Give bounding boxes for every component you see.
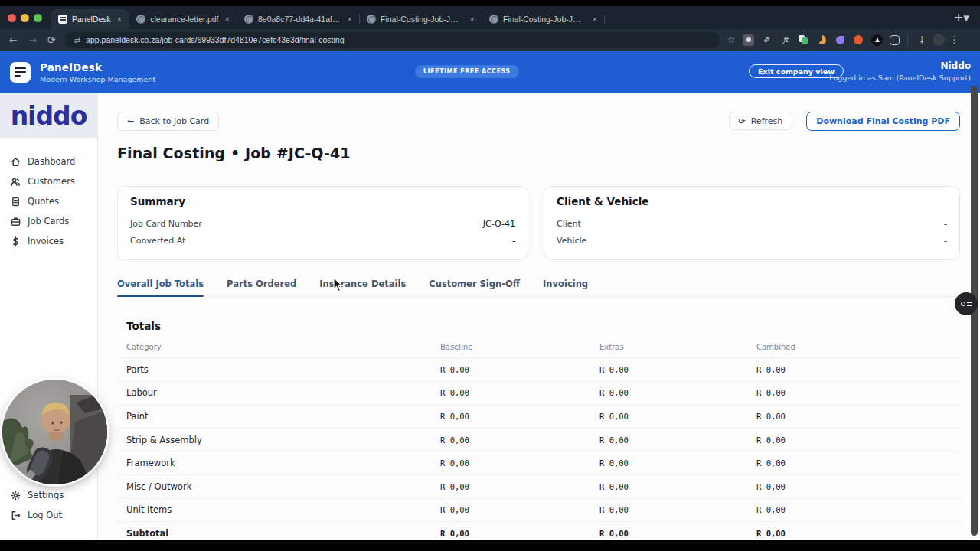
crescent-extension-icon[interactable] xyxy=(816,34,828,46)
totals-row: Misc / OutworkR 0,00R 0,00R 0,00 xyxy=(117,475,960,499)
amount-cell: R 0,00 xyxy=(599,388,756,397)
column-header: Baseline xyxy=(440,343,599,351)
recorder-control-button[interactable] xyxy=(955,292,978,315)
sidebar-item-invoices[interactable]: Invoices xyxy=(11,231,97,251)
refresh-icon: ⟳ xyxy=(739,116,746,126)
tab-close-icon[interactable]: × xyxy=(116,15,123,24)
fox-extension-icon[interactable] xyxy=(853,34,864,46)
zoom-window-button[interactable] xyxy=(34,14,42,22)
bookmark-star-icon[interactable]: ☆ xyxy=(727,34,736,45)
category-cell: Parts xyxy=(126,364,440,375)
globe-favicon xyxy=(244,15,253,24)
sidebar-item-customers[interactable]: Customers xyxy=(11,171,97,191)
download-final-costing-pdf-button[interactable]: Download Final Costing PDF xyxy=(806,112,960,131)
amount-cell: R 0,00 xyxy=(756,435,960,445)
sidebar-item-settings[interactable]: Settings xyxy=(11,485,64,505)
webcam-video xyxy=(2,380,107,484)
browser-menu-icon[interactable]: ⋮ xyxy=(949,34,959,45)
sidebar-item-dashboard[interactable]: Dashboard xyxy=(11,152,97,171)
row-label: Converted At xyxy=(130,236,185,246)
downloads-icon[interactable]: ⭳ xyxy=(917,34,926,45)
browser-tab-strip: PanelDesk×clearance-letter.pdf×8e0a8c77-… xyxy=(0,6,980,29)
amount-cell: R 0,00 xyxy=(599,505,756,514)
sidebar-item-job-cards[interactable]: Job Cards xyxy=(11,211,97,231)
row-value: JC-Q-41 xyxy=(483,219,515,229)
browser-tab[interactable]: PanelDesk× xyxy=(51,9,129,29)
users-icon xyxy=(11,177,21,187)
amount-cell: R 0,00 xyxy=(756,458,960,468)
font-extension-icon[interactable]: ƒt xyxy=(779,34,791,46)
row-value: - xyxy=(512,236,515,246)
card-row: Job Card NumberJC-Q-41 xyxy=(130,215,515,232)
category-cell: Framework xyxy=(126,458,440,468)
browser-tab[interactable]: Final-Costing-Job-JC-Q-41× xyxy=(360,9,482,29)
paneldesk-favicon xyxy=(58,15,67,24)
sidebar-logo-area: niddo xyxy=(0,93,97,138)
amount-cell: R 0,00 xyxy=(599,412,756,421)
tab-title: Final-Costing-Job-JC-Q-41 xyxy=(381,15,464,24)
tab-parts-ordered[interactable]: Parts Ordered xyxy=(227,279,296,296)
amount-cell: R 0,00 xyxy=(440,529,599,538)
url-text: app.paneldesk.co.za/job-cards/69933df7d4… xyxy=(86,35,344,44)
sidebar-item-label: Job Cards xyxy=(28,216,69,227)
amount-cell: R 0,00 xyxy=(440,458,599,468)
amount-cell: R 0,00 xyxy=(599,529,756,538)
totals-row: Unit ItemsR 0,00R 0,00R 0,00 xyxy=(117,499,960,523)
category-cell: Strip & Assembly xyxy=(126,435,440,445)
tab-close-icon[interactable]: × xyxy=(469,15,476,24)
amount-cell: R 0,00 xyxy=(440,435,599,445)
back-arrow-icon: ← xyxy=(127,116,134,126)
amount-cell: R 0,00 xyxy=(440,505,599,514)
back-to-job-card-button[interactable]: ← Back to Job Card xyxy=(117,112,219,131)
site-info-icon[interactable]: ⇄ xyxy=(74,36,80,44)
tab-invoicing[interactable]: Invoicing xyxy=(543,279,588,296)
tab-title: 8e0a8c77-dd4a-41af-812f-9 xyxy=(258,15,341,24)
address-bar[interactable]: ⇄ app.paneldesk.co.za/job-cards/69933df7… xyxy=(65,32,720,48)
home-icon xyxy=(11,157,21,167)
leaf-extension-icon[interactable] xyxy=(835,34,846,46)
totals-row: Strip & AssemblyR 0,00R 0,00R 0,00 xyxy=(117,429,960,452)
lifetime-access-badge: LIFETIME FREE ACCESS xyxy=(415,65,519,78)
summary-card-title: Summary xyxy=(130,195,515,207)
amount-cell: R 0,00 xyxy=(440,412,599,421)
pen-extension-icon[interactable]: ✐ xyxy=(761,34,773,46)
tab-customer-sign-off[interactable]: Customer Sign-Off xyxy=(429,279,520,296)
browser-tabs: PanelDesk×clearance-letter.pdf×8e0a8c77-… xyxy=(51,6,946,29)
browser-tab[interactable]: 8e0a8c77-dd4a-41af-812f-9× xyxy=(237,9,360,29)
minimize-window-button[interactable] xyxy=(21,14,29,22)
pages-extension-icon[interactable] xyxy=(798,34,809,46)
client-vehicle-card: Client & Vehicle Client-Vehicle- xyxy=(544,186,960,260)
browser-tab[interactable]: clearance-letter.pdf× xyxy=(129,9,237,29)
sidebar-item-label: Invoices xyxy=(28,236,64,246)
paneldesk-logo-icon xyxy=(10,62,31,83)
profile-avatar[interactable] xyxy=(933,34,945,46)
tab-close-icon[interactable]: × xyxy=(346,15,354,24)
screenshot-extension-icon[interactable] xyxy=(743,34,754,46)
amount-cell: R 0,00 xyxy=(440,482,599,491)
new-tab-button[interactable]: + xyxy=(954,11,964,24)
globe-favicon xyxy=(136,15,145,24)
tab-close-icon[interactable]: × xyxy=(591,15,599,24)
sidebar-item-log-out[interactable]: Log Out xyxy=(11,505,64,525)
tab-close-icon[interactable]: × xyxy=(224,15,231,24)
back-icon[interactable]: ← xyxy=(9,34,18,46)
tab-search-chevron-icon[interactable]: ▼ xyxy=(963,14,969,22)
sidebar-item-quotes[interactable]: Quotes xyxy=(11,191,97,211)
dollar-icon xyxy=(11,236,21,246)
sidebar-item-label: Log Out xyxy=(28,510,62,520)
account-subtitle: Logged in as Sam (PanelDesk Support) xyxy=(829,73,971,82)
browser-tab[interactable]: Final-Costing-Job-JC-Q-41× xyxy=(482,9,605,29)
reload-icon[interactable]: ⟳ xyxy=(47,34,56,46)
totals-row: PaintR 0,00R 0,00R 0,00 xyxy=(117,405,960,429)
dark-circle-extension-icon[interactable] xyxy=(871,34,883,46)
extension-icons: ✐ ƒt xyxy=(743,34,900,46)
globe-favicon xyxy=(367,15,376,24)
extensions-puzzle-icon[interactable] xyxy=(890,35,900,45)
row-value: - xyxy=(944,236,947,246)
close-window-button[interactable] xyxy=(8,14,16,22)
refresh-button[interactable]: ⟳ Refresh xyxy=(729,112,793,130)
totals-header-row: CategoryBaselineExtrasCombined xyxy=(117,343,960,358)
tab-overall-job-totals[interactable]: Overall Job Totals xyxy=(117,279,204,296)
forward-icon[interactable]: → xyxy=(28,34,37,46)
window-controls[interactable] xyxy=(8,14,42,22)
